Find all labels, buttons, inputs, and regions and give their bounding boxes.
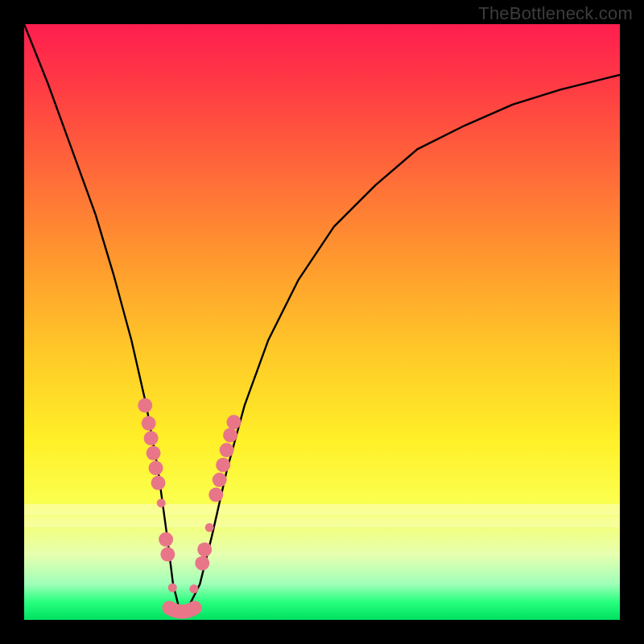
chart-frame: TheBottleneck.com bbox=[0, 0, 644, 644]
bottleneck-curve-path bbox=[24, 24, 620, 608]
marker-dots bbox=[138, 398, 241, 619]
marker-dot bbox=[159, 532, 173, 547]
curve-lines bbox=[24, 24, 620, 608]
marker-dot bbox=[147, 446, 161, 460]
marker-dot bbox=[138, 398, 152, 413]
marker-dot bbox=[149, 460, 163, 475]
marker-dot bbox=[188, 601, 202, 615]
plot-area bbox=[24, 24, 620, 620]
chart-svg bbox=[24, 24, 620, 620]
marker-dot bbox=[151, 476, 166, 490]
marker-dot bbox=[208, 488, 223, 502]
marker-dot bbox=[160, 547, 175, 562]
marker-dot bbox=[223, 428, 237, 443]
marker-dot bbox=[195, 556, 209, 571]
marker-dot bbox=[226, 415, 241, 429]
marker-dot bbox=[157, 498, 166, 507]
watermark-text: TheBottleneck.com bbox=[478, 3, 633, 24]
marker-dot bbox=[168, 584, 177, 592]
marker-dot bbox=[142, 416, 156, 431]
marker-dot bbox=[144, 431, 159, 445]
marker-dot bbox=[189, 584, 198, 593]
marker-dot bbox=[205, 523, 214, 532]
marker-dot bbox=[197, 543, 212, 557]
marker-dot bbox=[213, 473, 227, 487]
marker-dot bbox=[216, 458, 230, 473]
marker-dot bbox=[220, 443, 234, 457]
